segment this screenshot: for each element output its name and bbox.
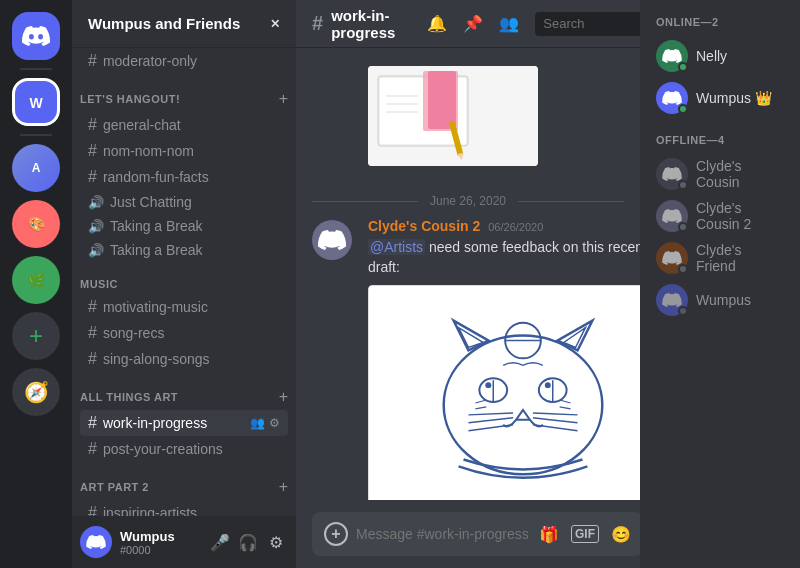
members-toggle-icon[interactable]: 👥 bbox=[499, 14, 519, 33]
channel-header-name: work-in-progress bbox=[331, 7, 395, 41]
svg-rect-5 bbox=[428, 71, 456, 129]
clydes-cousin-2-status bbox=[678, 222, 688, 232]
wumpus-online-status bbox=[678, 104, 688, 114]
clydes-friend-avatar bbox=[656, 242, 688, 274]
voice-icon-just-chatting: 🔊 bbox=[88, 219, 104, 234]
gift-icon[interactable]: 🎁 bbox=[539, 525, 559, 544]
add-server-button[interactable]: + bbox=[12, 312, 60, 360]
channel-item-taking-a-break[interactable]: 🔊 Taking a Break bbox=[80, 238, 288, 262]
server-icon-wumpus-friends[interactable]: W bbox=[12, 78, 60, 126]
headset-toggle-button[interactable]: 🎧 bbox=[236, 530, 260, 554]
channel-item-motivating-music[interactable]: # motivating-music bbox=[80, 294, 288, 320]
svg-line-31 bbox=[475, 400, 486, 403]
channel-sidebar: Wumpus and Friends ✕ # moderator-only LE… bbox=[72, 0, 296, 568]
message-input-box: + 🎁 GIF 😊 bbox=[312, 512, 640, 556]
server-divider bbox=[20, 68, 52, 70]
hash-icon-singalong: # bbox=[88, 350, 97, 368]
channel-item-sing-along[interactable]: # sing-along-songs bbox=[80, 346, 288, 372]
clydes-cousin-status bbox=[678, 180, 688, 190]
user-discriminator: #0000 bbox=[120, 544, 200, 556]
header-icons: 🔔 📌 👥 📥 ? bbox=[427, 12, 640, 36]
svg-marker-22 bbox=[516, 410, 530, 420]
hash-icon-random: # bbox=[88, 168, 97, 186]
clydes-cousin-2-name: Clyde's Cousin 2 bbox=[696, 200, 784, 232]
bell-icon[interactable]: 🔔 bbox=[427, 14, 447, 33]
channel-item-draw-and-chat[interactable]: 🔊 Just Chatting bbox=[80, 190, 288, 214]
message-1-timestamp: 06/26/2020 bbox=[488, 221, 543, 233]
category-music[interactable]: MUSIC bbox=[72, 262, 296, 294]
svg-line-27 bbox=[533, 418, 578, 423]
mic-toggle-button[interactable]: 🎤 bbox=[208, 530, 232, 554]
message-group-book bbox=[296, 64, 640, 174]
member-item-clydes-friend[interactable]: Clyde's Friend bbox=[648, 238, 792, 278]
offline-section-header: OFFLINE—4 bbox=[648, 134, 792, 146]
channel-item-work-in-progress[interactable]: # work-in-progress 👥 ⚙ bbox=[80, 410, 288, 436]
nelly-status bbox=[678, 62, 688, 72]
clydes-friend-name: Clyde's Friend bbox=[696, 242, 784, 274]
members-sidebar: ONLINE—2 Nelly Wumpus 👑 OFFLINE—4 bbox=[640, 0, 800, 568]
clyde-cousin-2-avatar bbox=[312, 220, 352, 260]
settings-icon[interactable]: ⚙ bbox=[269, 416, 280, 430]
art2-category-add-button[interactable]: + bbox=[279, 478, 288, 496]
hash-icon-inspiring: # bbox=[88, 504, 97, 516]
pin-icon[interactable]: 📌 bbox=[463, 14, 483, 33]
discovery-button[interactable]: 🧭 bbox=[12, 368, 60, 416]
clydes-cousin-name: Clyde's Cousin bbox=[696, 158, 784, 190]
channel-item-nom-nom-nom[interactable]: # nom-nom-nom bbox=[80, 138, 288, 164]
nelly-member-avatar bbox=[656, 40, 688, 72]
message-1-author: Clyde's Cousin 2 bbox=[368, 218, 480, 234]
channel-item-general-chat[interactable]: # general-chat bbox=[80, 112, 288, 138]
svg-line-24 bbox=[468, 418, 513, 423]
channel-header: # work-in-progress share the current dra… bbox=[296, 0, 640, 48]
hash-icon-nom: # bbox=[88, 142, 97, 160]
member-item-clydes-cousin-2[interactable]: Clyde's Cousin 2 bbox=[648, 196, 792, 236]
category-art-part-2[interactable]: ART PART 2 + bbox=[72, 462, 296, 500]
category-add-button[interactable]: + bbox=[279, 90, 288, 108]
server-header[interactable]: Wumpus and Friends ✕ bbox=[72, 0, 296, 48]
svg-text:W: W bbox=[29, 95, 43, 111]
artists-mention: @Artists bbox=[368, 239, 425, 255]
category-lets-hangout[interactable]: LET'S HANGOUT! + bbox=[72, 74, 296, 112]
wumpus-offline-status bbox=[678, 306, 688, 316]
hash-icon-songrecs: # bbox=[88, 324, 97, 342]
messages-container[interactable]: June 26, 2020 Clyde's Cousin 2 06/26/202… bbox=[296, 48, 640, 500]
search-input[interactable] bbox=[535, 12, 640, 36]
emoji-picker-button[interactable]: 😊 bbox=[611, 525, 631, 544]
date-divider: June 26, 2020 bbox=[296, 178, 640, 216]
channel-item-inspiring-artists[interactable]: # inspiring-artists bbox=[80, 500, 288, 516]
member-item-clydes-cousin[interactable]: Clyde's Cousin bbox=[648, 154, 792, 194]
server-icon-3[interactable]: 🎨 bbox=[12, 200, 60, 248]
channel-item-random-fun-facts[interactable]: # random-fun-facts bbox=[80, 164, 288, 190]
hash-icon-wip: # bbox=[88, 414, 97, 432]
channel-list: # moderator-only LET'S HANGOUT! + # gene… bbox=[72, 48, 296, 516]
server-divider-2 bbox=[20, 134, 52, 136]
message-text-input[interactable] bbox=[356, 526, 531, 542]
clydes-cousin-avatar bbox=[656, 158, 688, 190]
discord-home-button[interactable] bbox=[12, 12, 60, 60]
clydes-cousin-2-avatar bbox=[656, 200, 688, 232]
member-item-nelly[interactable]: Nelly bbox=[648, 36, 792, 76]
message-add-icon[interactable]: + bbox=[324, 522, 348, 546]
wumpus-online-member-name: Wumpus 👑 bbox=[696, 90, 772, 106]
svg-line-23 bbox=[468, 413, 513, 415]
member-item-wumpus-online[interactable]: Wumpus 👑 bbox=[648, 78, 792, 118]
svg-point-18 bbox=[485, 382, 491, 388]
member-item-wumpus-offline[interactable]: Wumpus bbox=[648, 280, 792, 320]
art-category-add-button[interactable]: + bbox=[279, 388, 288, 406]
wumpus-offline-name: Wumpus bbox=[696, 292, 751, 308]
svg-line-28 bbox=[533, 425, 578, 431]
user-settings-button[interactable]: ⚙ bbox=[264, 530, 288, 554]
server-sidebar: W A 🎨 🌿 + 🧭 bbox=[0, 0, 72, 568]
server-icon-4[interactable]: 🌿 bbox=[12, 256, 60, 304]
gif-button[interactable]: GIF bbox=[571, 525, 599, 543]
user-avatar bbox=[80, 526, 112, 558]
members-icon[interactable]: 👥 bbox=[250, 416, 265, 430]
channel-item-post-creations[interactable]: # post-your-creations bbox=[80, 436, 288, 462]
book-image-attachment bbox=[368, 66, 538, 166]
channel-item-moderator-only[interactable]: # moderator-only bbox=[80, 48, 288, 74]
user-name: Wumpus bbox=[120, 529, 200, 544]
server-icon-2[interactable]: A bbox=[12, 144, 60, 192]
channel-item-just-chatting[interactable]: 🔊 Taking a Break bbox=[80, 214, 288, 238]
category-all-things-art[interactable]: ALL THINGS ART + bbox=[72, 372, 296, 410]
channel-item-song-recs[interactable]: # song-recs bbox=[80, 320, 288, 346]
